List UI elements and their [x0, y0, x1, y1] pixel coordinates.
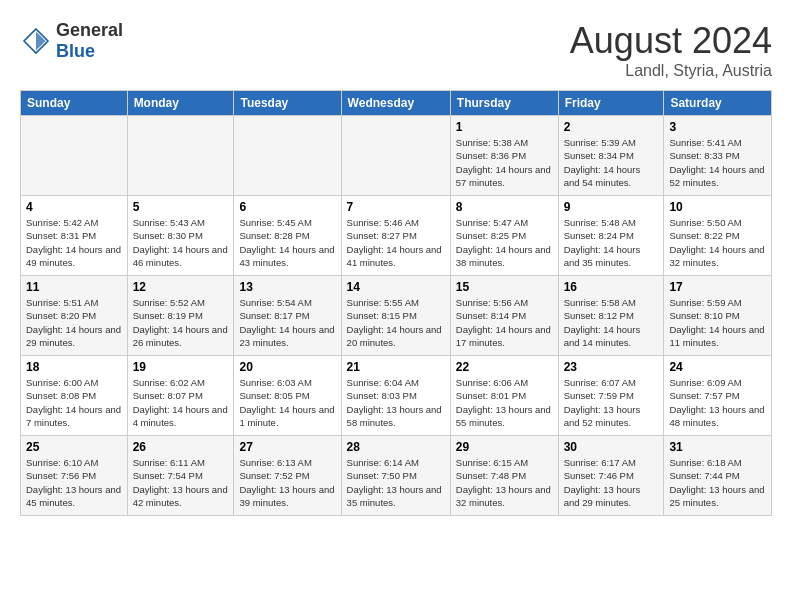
day-number: 19 [133, 360, 229, 374]
calendar-cell: 22Sunrise: 6:06 AMSunset: 8:01 PMDayligh… [450, 356, 558, 436]
day-info: Sunrise: 5:54 AMSunset: 8:17 PMDaylight:… [239, 296, 335, 349]
day-info: Sunrise: 6:07 AMSunset: 7:59 PMDaylight:… [564, 376, 659, 429]
day-info: Sunrise: 5:52 AMSunset: 8:19 PMDaylight:… [133, 296, 229, 349]
calendar-cell: 11Sunrise: 5:51 AMSunset: 8:20 PMDayligh… [21, 276, 128, 356]
day-info: Sunrise: 6:13 AMSunset: 7:52 PMDaylight:… [239, 456, 335, 509]
day-number: 5 [133, 200, 229, 214]
calendar-cell: 26Sunrise: 6:11 AMSunset: 7:54 PMDayligh… [127, 436, 234, 516]
day-info: Sunrise: 5:38 AMSunset: 8:36 PMDaylight:… [456, 136, 553, 189]
calendar-cell: 25Sunrise: 6:10 AMSunset: 7:56 PMDayligh… [21, 436, 128, 516]
day-info: Sunrise: 5:46 AMSunset: 8:27 PMDaylight:… [347, 216, 445, 269]
calendar-cell: 28Sunrise: 6:14 AMSunset: 7:50 PMDayligh… [341, 436, 450, 516]
logo-blue: Blue [56, 41, 123, 62]
day-number: 12 [133, 280, 229, 294]
calendar-cell: 30Sunrise: 6:17 AMSunset: 7:46 PMDayligh… [558, 436, 664, 516]
day-info: Sunrise: 5:56 AMSunset: 8:14 PMDaylight:… [456, 296, 553, 349]
calendar-cell [127, 116, 234, 196]
month-title: August 2024 [570, 20, 772, 62]
day-number: 30 [564, 440, 659, 454]
calendar-week-row: 4Sunrise: 5:42 AMSunset: 8:31 PMDaylight… [21, 196, 772, 276]
day-number: 22 [456, 360, 553, 374]
day-info: Sunrise: 6:04 AMSunset: 8:03 PMDaylight:… [347, 376, 445, 429]
day-number: 4 [26, 200, 122, 214]
day-info: Sunrise: 5:47 AMSunset: 8:25 PMDaylight:… [456, 216, 553, 269]
calendar-cell: 9Sunrise: 5:48 AMSunset: 8:24 PMDaylight… [558, 196, 664, 276]
day-number: 3 [669, 120, 766, 134]
day-number: 29 [456, 440, 553, 454]
day-info: Sunrise: 5:39 AMSunset: 8:34 PMDaylight:… [564, 136, 659, 189]
col-wednesday: Wednesday [341, 91, 450, 116]
calendar-cell: 31Sunrise: 6:18 AMSunset: 7:44 PMDayligh… [664, 436, 772, 516]
day-info: Sunrise: 6:06 AMSunset: 8:01 PMDaylight:… [456, 376, 553, 429]
day-number: 21 [347, 360, 445, 374]
day-number: 25 [26, 440, 122, 454]
calendar-cell: 6Sunrise: 5:45 AMSunset: 8:28 PMDaylight… [234, 196, 341, 276]
day-number: 27 [239, 440, 335, 454]
day-number: 20 [239, 360, 335, 374]
days-of-week-row: Sunday Monday Tuesday Wednesday Thursday… [21, 91, 772, 116]
day-info: Sunrise: 6:14 AMSunset: 7:50 PMDaylight:… [347, 456, 445, 509]
calendar-cell: 3Sunrise: 5:41 AMSunset: 8:33 PMDaylight… [664, 116, 772, 196]
calendar-cell: 18Sunrise: 6:00 AMSunset: 8:08 PMDayligh… [21, 356, 128, 436]
day-number: 10 [669, 200, 766, 214]
day-info: Sunrise: 6:00 AMSunset: 8:08 PMDaylight:… [26, 376, 122, 429]
calendar-cell [234, 116, 341, 196]
day-number: 23 [564, 360, 659, 374]
day-number: 17 [669, 280, 766, 294]
day-info: Sunrise: 6:09 AMSunset: 7:57 PMDaylight:… [669, 376, 766, 429]
day-number: 14 [347, 280, 445, 294]
day-info: Sunrise: 6:18 AMSunset: 7:44 PMDaylight:… [669, 456, 766, 509]
calendar-cell: 24Sunrise: 6:09 AMSunset: 7:57 PMDayligh… [664, 356, 772, 436]
day-info: Sunrise: 5:50 AMSunset: 8:22 PMDaylight:… [669, 216, 766, 269]
day-info: Sunrise: 5:45 AMSunset: 8:28 PMDaylight:… [239, 216, 335, 269]
calendar-cell: 27Sunrise: 6:13 AMSunset: 7:52 PMDayligh… [234, 436, 341, 516]
logo-icon [20, 25, 52, 57]
day-number: 26 [133, 440, 229, 454]
calendar-week-row: 1Sunrise: 5:38 AMSunset: 8:36 PMDaylight… [21, 116, 772, 196]
calendar-cell: 29Sunrise: 6:15 AMSunset: 7:48 PMDayligh… [450, 436, 558, 516]
day-info: Sunrise: 5:48 AMSunset: 8:24 PMDaylight:… [564, 216, 659, 269]
calendar-cell [341, 116, 450, 196]
day-number: 1 [456, 120, 553, 134]
calendar-cell: 23Sunrise: 6:07 AMSunset: 7:59 PMDayligh… [558, 356, 664, 436]
day-info: Sunrise: 5:59 AMSunset: 8:10 PMDaylight:… [669, 296, 766, 349]
day-number: 13 [239, 280, 335, 294]
day-number: 18 [26, 360, 122, 374]
day-info: Sunrise: 5:41 AMSunset: 8:33 PMDaylight:… [669, 136, 766, 189]
day-number: 11 [26, 280, 122, 294]
calendar-cell: 15Sunrise: 5:56 AMSunset: 8:14 PMDayligh… [450, 276, 558, 356]
calendar-cell: 17Sunrise: 5:59 AMSunset: 8:10 PMDayligh… [664, 276, 772, 356]
col-monday: Monday [127, 91, 234, 116]
day-number: 15 [456, 280, 553, 294]
calendar-cell: 4Sunrise: 5:42 AMSunset: 8:31 PMDaylight… [21, 196, 128, 276]
day-number: 9 [564, 200, 659, 214]
calendar-table: Sunday Monday Tuesday Wednesday Thursday… [20, 90, 772, 516]
calendar-body: 1Sunrise: 5:38 AMSunset: 8:36 PMDaylight… [21, 116, 772, 516]
day-number: 6 [239, 200, 335, 214]
logo-general: General [56, 20, 123, 41]
day-info: Sunrise: 6:02 AMSunset: 8:07 PMDaylight:… [133, 376, 229, 429]
day-number: 8 [456, 200, 553, 214]
page-header: General Blue August 2024 Landl, Styria, … [20, 20, 772, 80]
calendar-cell: 13Sunrise: 5:54 AMSunset: 8:17 PMDayligh… [234, 276, 341, 356]
day-info: Sunrise: 5:42 AMSunset: 8:31 PMDaylight:… [26, 216, 122, 269]
calendar-cell [21, 116, 128, 196]
col-saturday: Saturday [664, 91, 772, 116]
calendar-cell: 1Sunrise: 5:38 AMSunset: 8:36 PMDaylight… [450, 116, 558, 196]
logo-text: General Blue [56, 20, 123, 62]
day-number: 24 [669, 360, 766, 374]
day-number: 2 [564, 120, 659, 134]
calendar-cell: 21Sunrise: 6:04 AMSunset: 8:03 PMDayligh… [341, 356, 450, 436]
logo: General Blue [20, 20, 123, 62]
day-info: Sunrise: 6:11 AMSunset: 7:54 PMDaylight:… [133, 456, 229, 509]
calendar-cell: 14Sunrise: 5:55 AMSunset: 8:15 PMDayligh… [341, 276, 450, 356]
day-number: 31 [669, 440, 766, 454]
day-info: Sunrise: 5:58 AMSunset: 8:12 PMDaylight:… [564, 296, 659, 349]
col-thursday: Thursday [450, 91, 558, 116]
col-friday: Friday [558, 91, 664, 116]
calendar-cell: 12Sunrise: 5:52 AMSunset: 8:19 PMDayligh… [127, 276, 234, 356]
day-info: Sunrise: 6:17 AMSunset: 7:46 PMDaylight:… [564, 456, 659, 509]
day-number: 16 [564, 280, 659, 294]
day-info: Sunrise: 6:15 AMSunset: 7:48 PMDaylight:… [456, 456, 553, 509]
calendar-cell: 20Sunrise: 6:03 AMSunset: 8:05 PMDayligh… [234, 356, 341, 436]
